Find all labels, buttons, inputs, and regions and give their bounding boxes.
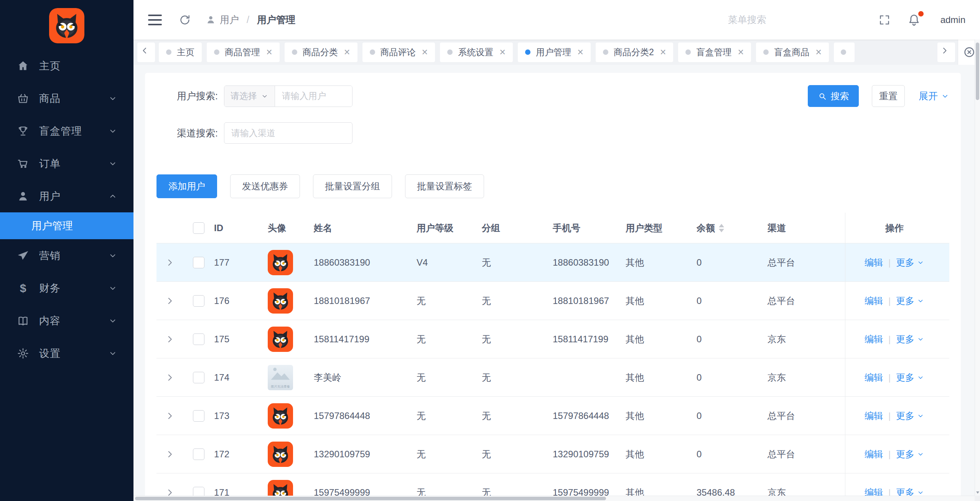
tab-clipped[interactable] — [834, 43, 855, 62]
expand-row-icon[interactable] — [165, 373, 175, 383]
tab-商品评论[interactable]: 商品评论× — [362, 43, 435, 62]
expand-row-icon[interactable] — [165, 411, 175, 421]
balance-value: 0 — [697, 296, 702, 306]
more-link[interactable]: 更多 — [896, 448, 924, 460]
channel-search-input[interactable] — [224, 122, 352, 144]
tab-close-icon[interactable]: × — [422, 47, 428, 57]
tab-close-icon[interactable]: × — [266, 47, 272, 57]
tab-close-icon[interactable]: × — [738, 47, 744, 57]
tab-close-icon[interactable]: × — [577, 47, 583, 57]
vertical-scrollbar-thumb[interactable] — [976, 43, 979, 100]
current-user[interactable]: admin — [940, 15, 965, 25]
sort-asc-icon[interactable] — [719, 224, 724, 227]
menu-search-input[interactable] — [728, 14, 793, 25]
tab-商品分类[interactable]: 商品分类× — [285, 43, 357, 62]
user-search-input[interactable] — [275, 86, 352, 107]
sidebar-item-2[interactable]: 盲盒管理 — [0, 115, 133, 147]
sidebar-item-3[interactable]: 订单 — [0, 147, 133, 180]
edit-link[interactable]: 编辑 — [865, 448, 883, 460]
sidebar-item-label: 用户 — [39, 189, 108, 203]
tab-商品分类2[interactable]: 商品分类2× — [596, 43, 674, 62]
tabs-scroll-left-button[interactable] — [137, 43, 155, 62]
batch-tag-button[interactable]: 批量设置标签 — [405, 174, 484, 198]
row-checkbox[interactable] — [193, 257, 204, 268]
reset-button[interactable]: 重置 — [872, 85, 905, 107]
tab-close-icon[interactable]: × — [660, 47, 666, 57]
expand-toggle[interactable]: 展开 — [919, 90, 949, 102]
tab-list: 主页商品管理×商品分类×商品评论×系统设置×用户管理×商品分类2×盲盒管理×盲盒… — [159, 43, 934, 62]
tab-盲盒管理[interactable]: 盲盒管理× — [678, 43, 751, 62]
tab-系统设置[interactable]: 系统设置× — [440, 43, 513, 62]
add-user-button[interactable]: 添加用户 — [156, 174, 217, 198]
edit-link[interactable]: 编辑 — [865, 333, 883, 345]
user-search-select[interactable]: 请选择 — [224, 86, 275, 107]
table-header: ID头像姓名用户等级分组手机号用户类型余额渠道操作 — [156, 213, 949, 243]
refresh-icon[interactable] — [179, 14, 191, 26]
row-checkbox[interactable] — [193, 410, 204, 422]
tab-主页[interactable]: 主页 — [159, 43, 202, 62]
sidebar-item-9[interactable]: 设置 — [0, 337, 133, 370]
tab-盲盒商品[interactable]: 盲盒商品× — [756, 43, 829, 62]
expand-row-icon[interactable] — [165, 334, 175, 344]
level-cell: 无 — [417, 282, 482, 320]
expand-row-icon[interactable] — [165, 449, 175, 459]
sidebar-item-0[interactable]: 主页 — [0, 49, 133, 82]
tab-商品管理[interactable]: 商品管理× — [207, 43, 280, 62]
reset-button-label: 重置 — [879, 90, 898, 102]
menu-toggle-icon[interactable] — [148, 15, 162, 25]
channel-value: 总平台 — [768, 295, 795, 307]
sidebar-item-8[interactable]: 内容 — [0, 304, 133, 337]
sidebar-item-6[interactable]: 营销 — [0, 239, 133, 272]
send-coupon-button[interactable]: 发送优惠券 — [230, 174, 300, 198]
app-logo[interactable] — [49, 8, 84, 43]
chevron-down-icon — [108, 284, 117, 293]
fullscreen-icon[interactable] — [878, 14, 891, 26]
more-link[interactable]: 更多 — [896, 256, 924, 269]
checkbox-cell — [183, 282, 214, 320]
batch-group-button[interactable]: 批量设置分组 — [313, 174, 392, 198]
tab-status-dot — [370, 49, 375, 55]
channel-value: 总平台 — [768, 256, 795, 269]
more-link[interactable]: 更多 — [896, 371, 924, 384]
horizontal-scrollbar-thumb[interactable] — [135, 497, 606, 500]
table-row: 17618810181967无无18810181967其他0总平台编辑|更多 — [156, 282, 949, 320]
tab-close-icon[interactable]: × — [815, 47, 822, 57]
expand-row-icon[interactable] — [165, 296, 175, 306]
sidebar-subitem-5[interactable]: 用户管理 — [0, 212, 133, 239]
topbar-right: admin — [728, 13, 965, 26]
tab-close-icon[interactable]: × — [499, 47, 506, 57]
sidebar-item-4[interactable]: 用户 — [0, 180, 133, 212]
sidebar-item-7[interactable]: $财务 — [0, 272, 133, 304]
chevron-down-icon — [108, 126, 117, 136]
notifications-button[interactable] — [908, 13, 921, 26]
more-link[interactable]: 更多 — [896, 333, 924, 345]
row-checkbox[interactable] — [193, 295, 204, 307]
more-link[interactable]: 更多 — [896, 295, 924, 307]
id-cell: 175 — [214, 320, 268, 358]
row-checkbox[interactable] — [193, 333, 204, 345]
operations-divider: | — [888, 411, 891, 421]
row-checkbox[interactable] — [193, 372, 204, 383]
horizontal-scrollbar[interactable] — [133, 496, 975, 501]
sort-desc-icon[interactable] — [719, 229, 724, 232]
expand-row-icon[interactable] — [165, 258, 175, 268]
tab-close-icon[interactable]: × — [344, 47, 350, 57]
owl-avatar — [268, 403, 293, 429]
expand-cell — [156, 282, 183, 320]
vertical-scrollbar[interactable] — [975, 39, 980, 496]
sidebar-item-label: 盲盒管理 — [39, 124, 108, 138]
balance-value: 0 — [697, 334, 702, 345]
edit-link[interactable]: 编辑 — [865, 410, 883, 422]
search-button[interactable]: 搜索 — [808, 85, 859, 107]
row-checkbox[interactable] — [193, 448, 204, 460]
sort-carets[interactable] — [719, 224, 724, 232]
more-link[interactable]: 更多 — [896, 410, 924, 422]
sidebar-item-1[interactable]: 商品 — [0, 82, 133, 115]
select-all-checkbox[interactable] — [193, 222, 204, 234]
scroll-down-arrow-icon[interactable] — [976, 491, 979, 494]
tabs-scroll-right-button[interactable] — [937, 43, 955, 62]
edit-link[interactable]: 编辑 — [865, 295, 883, 307]
edit-link[interactable]: 编辑 — [865, 371, 883, 384]
edit-link[interactable]: 编辑 — [865, 256, 883, 269]
tab-用户管理[interactable]: 用户管理× — [518, 43, 591, 62]
